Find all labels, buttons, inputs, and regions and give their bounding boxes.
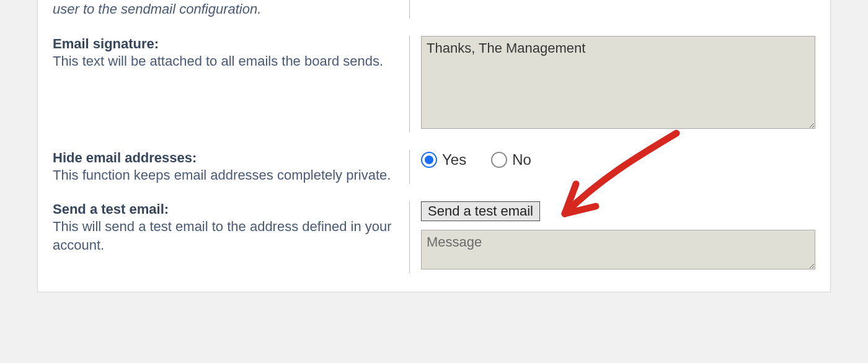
hide-email-label: Hide email addresses:: [53, 150, 398, 166]
hide-email-yes-label: Yes: [442, 151, 466, 168]
radio-unchecked-icon: [491, 152, 507, 168]
test-email-message-textarea[interactable]: [421, 230, 815, 269]
test-email-label: Send a test email:: [53, 201, 398, 217]
email-signature-label: Email signature:: [53, 36, 398, 52]
radio-checked-icon: [421, 152, 437, 168]
email-signature-desc: This text will be attached to all emails…: [53, 52, 398, 71]
send-test-email-button[interactable]: Send a test email: [421, 201, 540, 221]
hide-email-no-label: No: [512, 151, 531, 168]
hide-email-desc: This function keeps email addresses comp…: [53, 166, 398, 185]
sendmail-note: user to the sendmail configuration.: [53, 0, 398, 19]
test-email-desc: This will send a test email to the addre…: [53, 217, 398, 254]
hide-email-yes-option[interactable]: Yes: [421, 151, 466, 168]
email-signature-textarea[interactable]: [421, 36, 815, 129]
hide-email-no-option[interactable]: No: [491, 151, 531, 168]
